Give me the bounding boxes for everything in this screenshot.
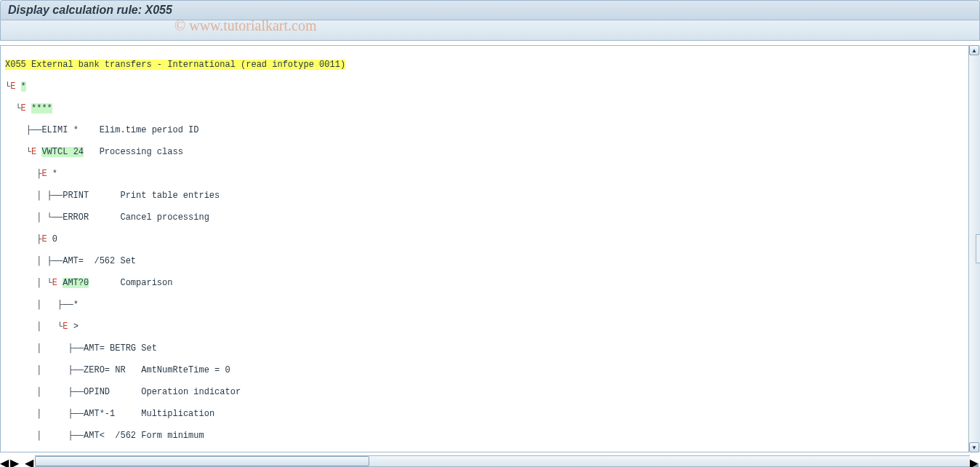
resize-grip-icon[interactable]: ◢ — [974, 461, 980, 467]
tree-leaf[interactable]: │ ├──* — [5, 300, 979, 311]
chevron-down-icon: ▼ — [971, 444, 977, 451]
tree-leaf[interactable]: │ ├──OPIND Operation indicator — [5, 387, 979, 398]
content-frame: X055 External bank transfers - Internati… — [0, 45, 980, 452]
tree-node[interactable]: └E VWTCL 24 Processing class — [5, 147, 979, 158]
scroll-right-outer-button[interactable]: ▶ — [10, 456, 20, 466]
scroll-down-button[interactable]: ▼ — [969, 442, 979, 452]
title-text: Display calculation rule: X055 — [8, 4, 172, 16]
tree-leaf[interactable]: ├──ELIMI * Elim.time period ID — [5, 125, 979, 136]
tree-leaf[interactable]: │ ├──ZERO= NR AmtNumRteTime = 0 — [5, 365, 979, 376]
scroll-up-button[interactable]: ▲ — [969, 45, 979, 55]
tree-leaf[interactable]: │ └──ERROR Cancel processing — [5, 212, 979, 223]
tree-leaf[interactable]: │ ├──AMT= /562 Set — [5, 256, 979, 267]
tree-leaf[interactable]: │ ├──AMT= BETRG Set — [5, 343, 979, 354]
window-title: Display calculation rule: X055 — [0, 0, 980, 20]
chevron-left-icon: ◀ — [25, 457, 33, 467]
horizontal-scrollbar[interactable] — [35, 455, 970, 467]
tree-node[interactable]: └E * — [5, 81, 979, 92]
chevron-up-icon: ▲ — [971, 47, 977, 54]
tree-node[interactable]: └E **** — [5, 103, 979, 114]
rule-tree[interactable]: X055 External bank transfers - Internati… — [1, 46, 979, 452]
tree-node[interactable]: ├E 0 — [5, 234, 979, 245]
tree-header[interactable]: X055 External bank transfers - Internati… — [5, 60, 979, 71]
scroll-left-outer-button[interactable]: ◀ — [0, 456, 10, 466]
tree-node[interactable]: │ └E AMT?0 Comparison — [5, 278, 979, 289]
tree-leaf[interactable]: │ ├──AMT*-1 Multiplication — [5, 409, 979, 420]
scroll-thumb[interactable] — [35, 456, 369, 466]
tree-leaf[interactable]: │ ├──AMT< /562 Form minimum — [5, 431, 979, 442]
tree-node[interactable]: │ └E > — [5, 322, 979, 332]
chevron-right-icon: ▶ — [10, 457, 19, 467]
tree-node[interactable]: ├E * — [5, 169, 979, 180]
scroll-left-button[interactable]: ◀ — [25, 456, 35, 466]
chevron-left-icon: ◀ — [0, 457, 9, 467]
tree-leaf[interactable]: │ ├──PRINT Print table entries — [5, 191, 979, 201]
pane-resize-handle[interactable] — [976, 234, 980, 263]
horizontal-scrollbar-outer: ◀ ▶ ◀ ▶ ◢ — [0, 455, 980, 467]
toolbar — [0, 20, 980, 41]
